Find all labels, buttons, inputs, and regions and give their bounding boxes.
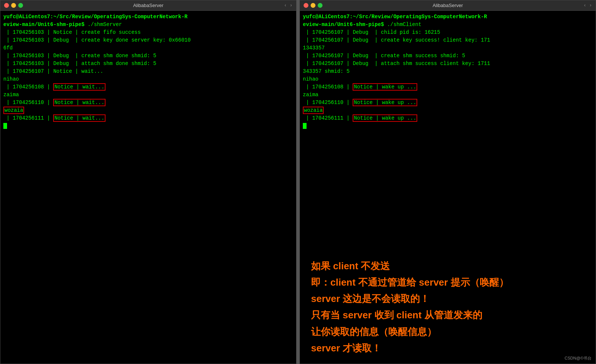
left-traffic-lights bbox=[4, 3, 23, 8]
right-nav-right-icon[interactable]: › bbox=[589, 3, 592, 8]
right-wozaia: wozaia bbox=[303, 107, 324, 114]
window-divider[interactable] bbox=[297, 0, 299, 364]
annotation-area: 如果 client 不发送 即：client 不通过管道给 server 提示（… bbox=[300, 250, 596, 364]
screen-container: AlibabaServer ‹ › yufc@ALiCentos7:~/Src/… bbox=[0, 0, 596, 364]
left-maximize-button[interactable] bbox=[18, 3, 23, 8]
left-nav-right-icon[interactable]: › bbox=[290, 3, 292, 8]
annotation-line-2: 即：client 不通过管道给 server 提示（唤醒） bbox=[311, 274, 584, 290]
left-close-button[interactable] bbox=[4, 3, 9, 8]
right-window-title: AlibabaServer bbox=[433, 3, 463, 8]
left-title-bar: AlibabaServer ‹ › bbox=[0, 0, 296, 11]
annotation-line-3: server 这边是不会读取的！ bbox=[311, 290, 584, 307]
left-title-controls: ‹ › bbox=[284, 3, 292, 8]
right-title-bar: AlibabaServer ‹ › bbox=[300, 0, 596, 11]
left-minimize-button[interactable] bbox=[11, 3, 16, 8]
annotation-line-6: server 才读取！ bbox=[311, 340, 584, 356]
right-terminal-body[interactable]: yufc@ALiCentos7:~/Src/Review/OperatingSy… bbox=[300, 11, 596, 250]
right-prompt: yufc@ALiCentos7:~/Src/Review/OperatingSy… bbox=[303, 14, 487, 27]
left-nav-left-icon[interactable]: ‹ bbox=[284, 3, 287, 8]
left-cursor bbox=[3, 123, 7, 129]
left-terminal: AlibabaServer ‹ › yufc@ALiCentos7:~/Src/… bbox=[0, 0, 297, 364]
left-wozaia: wozaia bbox=[3, 107, 24, 114]
left-notice-wait-2: Notice | wait... bbox=[53, 99, 105, 106]
right-nav-left-icon[interactable]: ‹ bbox=[584, 3, 586, 8]
annotation-line-5: 让你读取的信息（唤醒信息） bbox=[311, 324, 584, 340]
right-maximize-button[interactable] bbox=[318, 3, 323, 8]
annotation-line-4: 只有当 server 收到 client 从管道发来的 bbox=[311, 307, 584, 323]
left-prompt: yufc@ALiCentos7:~/Src/Review/OperatingSy… bbox=[3, 14, 188, 27]
right-traffic-lights bbox=[304, 3, 323, 8]
right-close-button[interactable] bbox=[304, 3, 308, 8]
right-notice-wake-2: Notice | wake up ... bbox=[353, 99, 417, 106]
annotation-line-1: 如果 client 不发送 bbox=[311, 258, 584, 274]
left-terminal-body[interactable]: yufc@ALiCentos7:~/Src/Review/OperatingSy… bbox=[0, 11, 296, 364]
watermark: CSDN@©书台 bbox=[565, 355, 592, 361]
right-notice-wake-3: Notice | wake up ... bbox=[353, 114, 417, 122]
right-cursor bbox=[303, 123, 307, 129]
left-notice-wait-1: Notice | wait... bbox=[53, 83, 105, 91]
left-window-title: AlibabaServer bbox=[133, 3, 163, 8]
left-notice-wait-3: Notice | wait... bbox=[53, 114, 105, 122]
right-terminal: AlibabaServer ‹ › yufc@ALiCentos7:~/Src/… bbox=[299, 0, 596, 364]
right-minimize-button[interactable] bbox=[311, 3, 315, 8]
right-title-controls: ‹ › bbox=[584, 3, 592, 8]
right-notice-wake-1: Notice | wake up ... bbox=[353, 83, 417, 91]
